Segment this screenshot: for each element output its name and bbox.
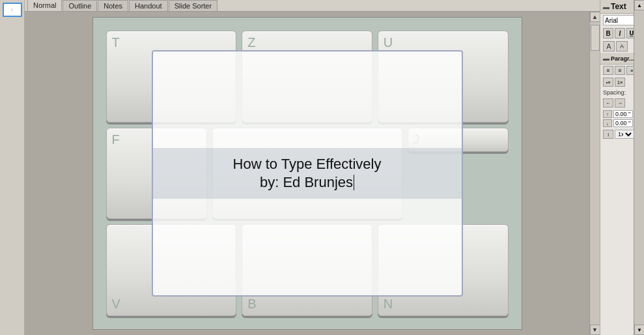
tab-slide-sorter[interactable]: Slide Sorter — [169, 0, 217, 11]
bullet-list-button[interactable]: •≡ — [603, 78, 613, 87]
properties-panel: ▬ Text B I U̲ A A ▬ Paragr... ≡ ≡ ≡ •≡ 1… — [600, 0, 644, 335]
font-size-small-btn[interactable]: A — [616, 41, 628, 51]
scroll-thumb[interactable] — [591, 25, 600, 51]
scroll-up-button[interactable]: ▲ — [590, 12, 600, 22]
text-cursor — [354, 175, 354, 190]
line-spacing-button[interactable]: ↕ — [603, 130, 613, 139]
collapse-icon[interactable]: ▬ — [603, 3, 609, 10]
panel-scroll-down[interactable]: ▼ — [634, 325, 644, 335]
thumbnail-panel: 1 — [0, 0, 25, 335]
scroll-track[interactable] — [590, 22, 600, 325]
slide-title-bar: How to Type Effectively by: Ed Brunjes — [153, 148, 462, 199]
tab-bar: Normal Outline Notes Handout Slide Sorte… — [25, 0, 600, 12]
slide-canvas-area: T Z U F J V B N — [25, 12, 589, 335]
tab-notes[interactable]: Notes — [98, 0, 128, 11]
slide-subtitle: by: Ed Brunjes — [166, 174, 449, 191]
scroll-down-button[interactable]: ▼ — [590, 325, 600, 335]
align-left-button[interactable]: ≡ — [603, 66, 613, 75]
panel-scroll-up[interactable]: ▲ — [634, 0, 644, 10]
above-spacing-input[interactable] — [613, 110, 633, 118]
numbered-list-button[interactable]: 1≡ — [615, 78, 625, 87]
font-size-large-btn[interactable]: A — [603, 41, 615, 51]
slide-title: How to Type Effectively — [166, 156, 449, 173]
tab-handout[interactable]: Handout — [129, 0, 168, 11]
vertical-scrollbar: ▲ ▼ — [589, 12, 600, 335]
tab-normal[interactable]: Normal — [27, 0, 62, 11]
panel-scrollbar: ▲ ▼ — [634, 0, 644, 335]
slide-overlay[interactable]: How to Type Effectively by: Ed Brunjes — [152, 50, 463, 297]
spacing-label: Spacing: — [603, 89, 626, 96]
italic-button[interactable]: I — [615, 28, 625, 38]
below-spacing-input[interactable] — [613, 119, 633, 127]
thumbnail-item-1[interactable]: 1 — [3, 3, 22, 17]
above-icon: ↑ — [603, 110, 612, 118]
indent-right-button[interactable]: → — [615, 98, 625, 108]
panel-scroll-track[interactable] — [634, 10, 644, 325]
slide: T Z U F J V B N — [92, 17, 522, 330]
indent-left-button[interactable]: ← — [603, 98, 613, 108]
bold-button[interactable]: B — [603, 28, 613, 38]
main-area: Normal Outline Notes Handout Slide Sorte… — [25, 0, 600, 335]
collapse-para-icon[interactable]: ▬ — [603, 55, 609, 62]
align-center-button[interactable]: ≡ — [615, 66, 625, 75]
below-icon: ↓ — [603, 119, 612, 127]
line-spacing-select[interactable]: 1x 1.5x 2x — [615, 130, 634, 139]
tab-outline[interactable]: Outline — [63, 0, 97, 11]
